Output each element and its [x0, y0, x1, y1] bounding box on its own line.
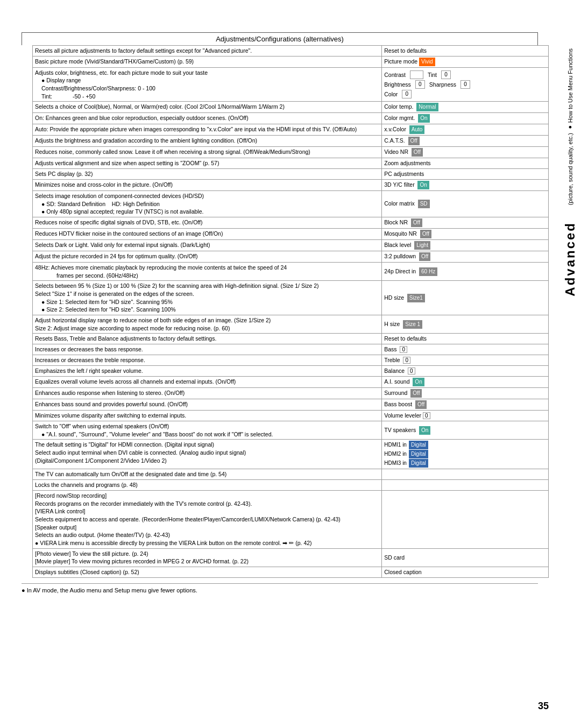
control-value: Vivid: [419, 58, 435, 66]
control-label: Video NR: [384, 149, 410, 155]
table-row: Sets PC display (p. 32) PC adjustments: [33, 169, 549, 180]
control-label: Zoom adjustments: [384, 160, 430, 166]
control-label: HD size: [384, 294, 406, 301]
control-value: Off: [420, 230, 431, 238]
table-row: Displays subtitles (Closed caption) (p. …: [33, 567, 549, 578]
control-value: Light: [414, 241, 430, 250]
row-description: Adjusts the brightness and gradation acc…: [33, 136, 382, 147]
row-control: [382, 490, 549, 548]
row-control: Block NR Off: [382, 217, 549, 228]
row-description: Switch to "Off" when using external spea…: [33, 421, 382, 440]
hdmi1-row: HDMI1 in Digital: [384, 441, 546, 449]
hdmi3-value: Digital: [409, 459, 428, 468]
table-row: On: Enhances green and blue color reprod…: [33, 113, 549, 124]
control-value: On: [419, 426, 430, 435]
control-value: 0: [403, 357, 410, 364]
row-description: Reduces HDTV flicker noise in the contou…: [33, 228, 382, 239]
table-row: 48Hz: Achieves more cinematic playback b…: [33, 262, 549, 280]
row-control: Balance 0: [382, 366, 549, 377]
control-value: 60 Hz: [419, 267, 437, 276]
row-description: Emphasizes the left / right speaker volu…: [33, 366, 382, 377]
row-description: On: Enhances green and blue color reprod…: [33, 113, 382, 124]
row-description: Equalizes overall volume levels across a…: [33, 377, 382, 388]
row-description: Resets all picture adjustments to factor…: [33, 46, 382, 56]
row-control: 3D Y/C filter On: [382, 179, 549, 190]
row-control: 3:2 pulldown Off: [382, 251, 549, 262]
control-value: Off: [411, 218, 422, 227]
control-value: Normal: [416, 103, 438, 111]
hdmi2-value: Digital: [409, 450, 428, 458]
table-row: Enhances bass sound and provides powerfu…: [33, 399, 549, 411]
row-control: TV speakers On: [382, 421, 549, 440]
control-label: Reset to defaults: [384, 335, 427, 342]
contrast-value: +20: [410, 70, 423, 79]
table-row: [Record now/Stop recording] Records prog…: [33, 490, 549, 548]
control-value: Size 1: [403, 320, 422, 329]
row-description: Selects image resolution of component-co…: [33, 190, 382, 217]
control-label: Volume leveler: [384, 412, 423, 419]
table-row: Minimizes noise and cross-color in the p…: [33, 179, 549, 190]
control-label: Balance: [384, 367, 406, 374]
control-label: PC adjustments: [384, 171, 424, 177]
table-row: Adjusts the brightness and gradation acc…: [33, 136, 549, 147]
control-label: TV speakers: [384, 427, 417, 433]
control-label: C.A.T.S.: [384, 137, 406, 144]
side-label-top: ● How to Use Menu Functions: [567, 48, 573, 131]
table-row: Selects a choice of Cool(blue), Normal, …: [33, 102, 549, 113]
table-row: Enhances audio response when listening t…: [33, 388, 549, 399]
row-description: Auto: Provide the appropriate picture wh…: [33, 124, 382, 136]
control-value: Off: [412, 148, 423, 157]
row-control: Treble 0: [382, 355, 549, 366]
row-description: Adjusts vertical alignment and size when…: [33, 158, 382, 169]
surround-value: Off: [410, 389, 422, 398]
row-description: Adjust horizontal display range to reduc…: [33, 315, 382, 334]
color-value: 0: [402, 90, 412, 98]
control-label: Treble: [384, 357, 401, 363]
table-row: Increases or decreases the bass response…: [33, 344, 549, 355]
control-label: Color temp.: [384, 103, 415, 110]
row-description: Selects between 95 % (Size 1) or 100 % (…: [33, 281, 382, 315]
table-row: Auto: Provide the appropriate picture wh…: [33, 124, 549, 136]
table-row: Reduces noise of specific digital signal…: [33, 217, 549, 228]
control-label: x.v.Color: [384, 126, 408, 132]
row-control: HD size Size1: [382, 281, 549, 315]
row-control: H size Size 1: [382, 315, 549, 334]
row-control: [382, 469, 549, 480]
control-value: Size1: [407, 294, 425, 302]
row-description: Enhances bass sound and provides powerfu…: [33, 399, 382, 411]
row-description: Displays subtitles (Closed caption) (p. …: [33, 567, 382, 578]
row-description: Resets Bass, Treble and Balance adjustme…: [33, 334, 382, 344]
table-row: Selects image resolution of component-co…: [33, 190, 549, 217]
sharpness-value: 0: [460, 80, 470, 89]
row-description: Increases or decreases the treble respon…: [33, 355, 382, 366]
row-description: Adjusts color, brightness, etc. for each…: [33, 67, 382, 102]
surround-label: Surround: [384, 390, 409, 396]
tint-value: 0: [441, 70, 451, 79]
control-label: Block NR: [384, 219, 409, 225]
row-description: The TV can automatically turn On/Off at …: [33, 469, 382, 480]
control-label: Color matrix: [384, 200, 416, 207]
row-description: Reduces noise of specific digital signal…: [33, 217, 382, 228]
control-value: SD: [418, 200, 430, 208]
advanced-label: ● How to Use Menu Functions (picture, so…: [559, 43, 581, 635]
row-control: HDMI1 in Digital HDMI2 in Digital HDMI3 …: [382, 440, 549, 469]
row-control: Color matrix SD: [382, 190, 549, 217]
table-row: Selects Dark or Light. Valid only for ex…: [33, 239, 549, 251]
control-value: Off: [419, 252, 430, 261]
hdmi2-label: HDMI2 in: [384, 450, 407, 458]
control-label: H size: [384, 321, 401, 327]
page-container: ● How to Use Menu Functions (picture, so…: [0, 0, 581, 728]
table-row: Switch to "Off" when using external spea…: [33, 421, 549, 440]
bass-boost-value: Off: [415, 400, 427, 409]
row-control: Reset to defaults: [382, 46, 549, 56]
row-control: PC adjustments: [382, 169, 549, 180]
bass-boost-label: Bass boost: [384, 401, 414, 407]
row-description: Reduces noise, commonly called snow. Lea…: [33, 147, 382, 158]
control-label: SD card: [384, 554, 405, 561]
row-control: Contrast +20 Tint 0 Brightness 0 Sharpne…: [382, 67, 549, 102]
row-control: Closed caption: [382, 567, 549, 578]
table-row: Basic picture mode (Vivid/Standard/THX/G…: [33, 56, 549, 67]
table-row: Emphasizes the left / right speaker volu…: [33, 366, 549, 377]
hdmi3-row: HDMI3 in Digital: [384, 459, 546, 468]
row-control: Video NR Off: [382, 147, 549, 158]
